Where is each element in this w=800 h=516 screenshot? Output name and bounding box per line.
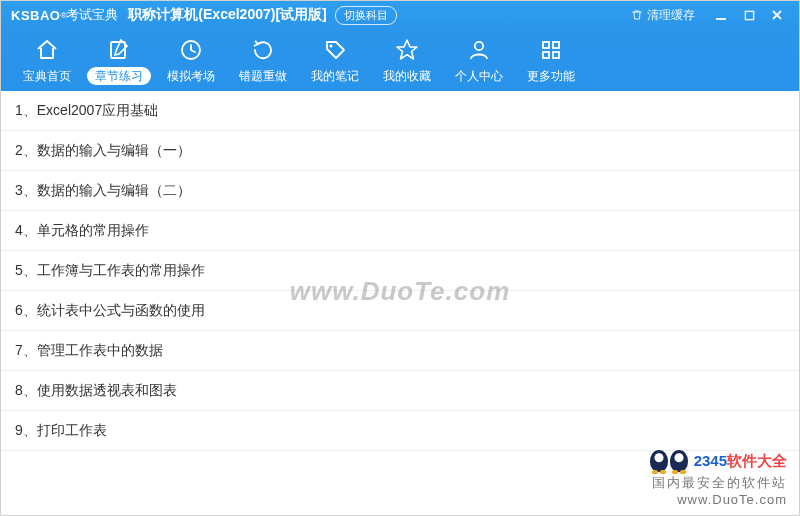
nav-my-notes[interactable]: 我的笔记	[299, 33, 371, 87]
home-icon	[34, 37, 60, 63]
nav-label: 宝典首页	[15, 67, 79, 85]
chapter-item[interactable]: 8、使用数据透视表和图表	[1, 371, 799, 411]
nav-mock-exam[interactable]: 模拟考场	[155, 33, 227, 87]
chapter-item[interactable]: 1、Excel2007应用基础	[1, 91, 799, 131]
app-title: 职称计算机(Excel2007)	[128, 6, 275, 24]
maximize-icon	[744, 10, 755, 21]
chapter-item[interactable]: 6、统计表中公式与函数的使用	[1, 291, 799, 331]
clear-cache-button[interactable]: 清理缓存	[631, 7, 695, 24]
logo-cn: 考试宝典	[66, 6, 118, 24]
trial-tag: [试用版]	[275, 6, 326, 24]
chapter-item[interactable]: 4、单元格的常用操作	[1, 211, 799, 251]
chapter-item[interactable]: 3、数据的输入与编辑（二）	[1, 171, 799, 211]
edit-icon	[106, 37, 132, 63]
nav-label: 更多功能	[519, 67, 583, 85]
maximize-button[interactable]	[735, 1, 763, 29]
chapter-item[interactable]: 7、管理工作表中的数据	[1, 331, 799, 371]
minimize-icon	[715, 9, 727, 21]
nav-my-favorites[interactable]: 我的收藏	[371, 33, 443, 87]
minimize-button[interactable]	[707, 1, 735, 29]
nav-label: 章节练习	[87, 67, 151, 85]
nav-label: 错题重做	[231, 67, 295, 85]
close-button[interactable]	[763, 1, 791, 29]
chapter-item[interactable]: 9、打印工作表	[1, 411, 799, 451]
chapter-list: 1、Excel2007应用基础 2、数据的输入与编辑（一） 3、数据的输入与编辑…	[1, 91, 799, 515]
trash-icon	[631, 9, 643, 21]
redo-icon	[250, 37, 276, 63]
nav-label: 我的收藏	[375, 67, 439, 85]
user-icon	[466, 37, 492, 63]
nav-home[interactable]: 宝典首页	[11, 33, 83, 87]
star-icon	[394, 37, 420, 63]
title-bar: KSBAO® 考试宝典 职称计算机(Excel2007)[试用版] 切换科目 清…	[1, 1, 799, 29]
chapter-item[interactable]: 5、工作簿与工作表的常用操作	[1, 251, 799, 291]
clock-icon	[178, 37, 204, 63]
nav-chapter-practice[interactable]: 章节练习	[83, 33, 155, 87]
nav-wrong-redo[interactable]: 错题重做	[227, 33, 299, 87]
grid-icon	[538, 37, 564, 63]
logo-en: KSBAO	[11, 8, 60, 23]
tag-icon	[322, 37, 348, 63]
nav-label: 我的笔记	[303, 67, 367, 85]
close-icon	[771, 9, 783, 21]
nav-label: 模拟考场	[159, 67, 223, 85]
main-toolbar: 宝典首页 章节练习 模拟考场 错题重做 我的笔记 我的收藏 个人中心 更多功能	[1, 29, 799, 91]
nav-more[interactable]: 更多功能	[515, 33, 587, 87]
svg-rect-1	[745, 11, 753, 19]
chapter-item[interactable]: 2、数据的输入与编辑（一）	[1, 131, 799, 171]
switch-subject-button[interactable]: 切换科目	[335, 6, 397, 25]
nav-user-center[interactable]: 个人中心	[443, 33, 515, 87]
nav-label: 个人中心	[447, 67, 511, 85]
